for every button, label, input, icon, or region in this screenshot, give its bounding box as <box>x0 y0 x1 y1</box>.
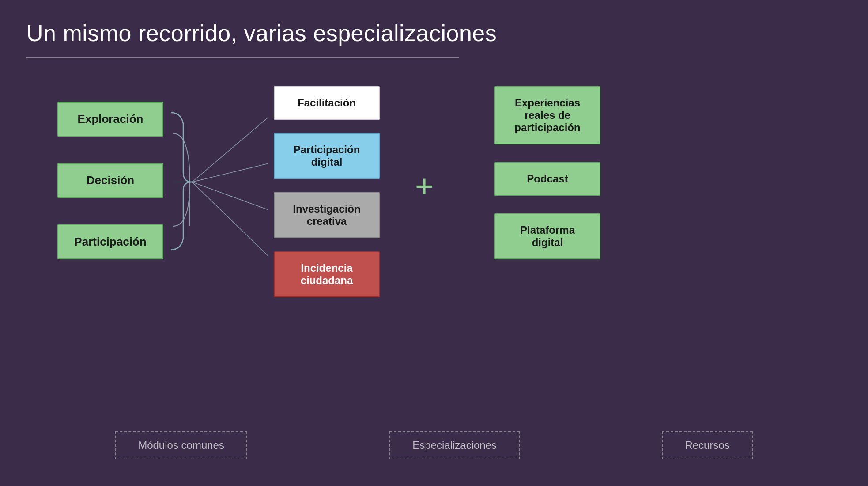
participacion-digital-box: Participación digital <box>274 133 380 179</box>
middle-column: Facilitación Participación digital Inves… <box>274 86 380 297</box>
especializaciones-label: Especializaciones <box>389 431 520 459</box>
exploracion-box: Exploración <box>57 102 163 137</box>
modulos-comunes-label: Módulos comunes <box>115 431 247 459</box>
podcast-label: Podcast <box>527 173 568 185</box>
participacion-box: Participación <box>57 224 163 259</box>
svg-line-2 <box>192 182 268 210</box>
svg-line-3 <box>192 182 268 256</box>
decision-box: Decisión <box>57 163 163 198</box>
facilitacion-label: Facilitación <box>298 97 356 109</box>
svg-line-1 <box>192 163 268 182</box>
decision-label: Decisión <box>87 174 134 187</box>
title-divider <box>26 57 459 58</box>
left-column: Exploración Decisión Participación <box>57 102 163 259</box>
incidencia-label: Incidencia ciudadana <box>301 262 353 286</box>
participacion-digital-label: Participación digital <box>294 144 360 168</box>
recursos-label: Recursos <box>662 431 752 459</box>
investigacion-label: Investigación creativa <box>293 203 360 227</box>
plataforma-box: Plataforma digital <box>494 213 600 259</box>
bottom-labels: Módulos comunes Especializaciones Recurs… <box>0 431 868 459</box>
experiencias-label: Experiencias reales de participación <box>514 97 580 133</box>
svg-line-0 <box>192 117 268 182</box>
experiencias-box: Experiencias reales de participación <box>494 86 600 144</box>
incidencia-box: Incidencia ciudadana <box>274 251 380 297</box>
right-column: Experiencias reales de participación Pod… <box>494 86 600 259</box>
page-title: Un mismo recorrido, varias especializaci… <box>26 20 497 46</box>
plus-sign: + <box>415 168 434 204</box>
exploracion-label: Exploración <box>78 112 143 125</box>
investigacion-box: Investigación creativa <box>274 192 380 238</box>
facilitacion-box: Facilitación <box>274 86 380 120</box>
participacion-label: Participación <box>74 235 146 248</box>
plataforma-label: Plataforma digital <box>520 224 575 248</box>
podcast-box: Podcast <box>494 162 600 196</box>
